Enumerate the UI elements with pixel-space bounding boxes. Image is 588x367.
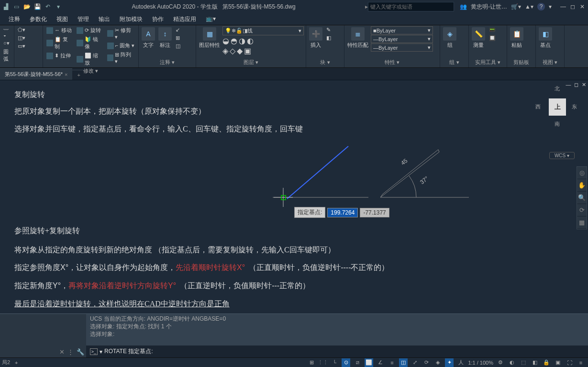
cleanscreen-icon[interactable]: ⛶ <box>565 358 574 367</box>
nav-orbit-icon[interactable]: ⟳ <box>577 204 587 216</box>
search-box[interactable] <box>368 2 454 11</box>
menu-featured-icon[interactable]: 📺▾ <box>201 13 221 25</box>
menu-item[interactable]: 注释 <box>4 13 25 25</box>
nav-showmotion-icon[interactable]: ▦ <box>577 216 587 229</box>
dimension-button[interactable]: ↕标注 <box>157 26 173 50</box>
menu-item[interactable]: 附加模块 <box>115 13 147 25</box>
add-layout-button[interactable]: + <box>12 358 21 367</box>
layer-tool-icon[interactable]: ◈ <box>222 46 228 55</box>
leader-icon[interactable]: ↙ <box>174 26 182 33</box>
fillet-button[interactable]: ⌐ 圆角 ▾ <box>106 42 136 50</box>
units-icon[interactable]: ⬚ <box>519 358 528 367</box>
cmd-triangle-icon[interactable]: ▾ <box>100 348 102 355</box>
file-tab[interactable]: 第55-56课-旋转-M55-56*× <box>0 68 72 80</box>
dyn-x-input[interactable]: 199.7264 <box>327 208 358 217</box>
calc-icon[interactable]: 📟 <box>488 26 497 33</box>
scale-button[interactable]: ⬜ 缩放 <box>75 52 104 67</box>
drawing-canvas[interactable]: — ◻ ✕ 复制旋转 把原对象复制一个副本，把副本旋转（原对象保持不变） 选择对… <box>0 80 588 313</box>
help-dropdown-icon[interactable]: ▾ <box>549 3 552 10</box>
table-icon[interactable]: ⊞ <box>174 34 182 42</box>
layer-tool-icon[interactable]: ◓ <box>231 36 237 45</box>
quickprops-icon[interactable]: ◧ <box>531 358 539 367</box>
arc-tool[interactable]: 〰▾ <box>2 26 12 39</box>
text-button[interactable]: A文字 <box>141 26 156 50</box>
dyn-input-icon[interactable]: ✦ <box>445 358 454 367</box>
panel-label-annotation[interactable]: 注释 ▾ <box>141 58 194 66</box>
add-tab-button[interactable]: + <box>72 70 85 80</box>
menu-item[interactable]: 视图 <box>52 13 73 25</box>
iso-icon[interactable]: ⧄ <box>353 358 362 367</box>
match-props-button[interactable]: ≣特性匹配 <box>346 26 369 50</box>
color-dropdown[interactable]: ■ ByLayer▾ <box>371 26 433 34</box>
dyn-y-input[interactable]: -77.1377 <box>360 208 389 217</box>
a360-icon[interactable]: ▲▾ <box>525 3 533 10</box>
layer-tool-icon[interactable]: ◆ <box>237 46 243 55</box>
cart-icon[interactable]: 🛒▾ <box>511 3 521 10</box>
lwt-icon[interactable]: ≡ <box>388 358 396 367</box>
save-icon[interactable]: 💾 <box>33 3 41 11</box>
command-history[interactable]: UCS 当前的正角方向: ANGDIR=逆时针 ANGBASE=0 选择对象: … <box>86 314 588 345</box>
menu-item[interactable]: 精选应用 <box>168 13 201 25</box>
minimize-icon[interactable]: — <box>559 3 567 11</box>
app-menu-icon[interactable]: ▟ <box>2 3 10 11</box>
panel-label-utilities[interactable]: 实用工具 ▾ <box>471 58 505 66</box>
search-input[interactable] <box>370 4 452 10</box>
isolate-icon[interactable]: ▣ <box>554 358 562 367</box>
layer-tool-icon[interactable]: ▣ <box>244 46 251 55</box>
panel-label-block[interactable]: 块 ▾ <box>308 58 342 66</box>
cmd-customize-icon[interactable]: 🔧 <box>77 348 84 356</box>
viewcube-north[interactable]: 北 <box>555 85 560 92</box>
panel-label-clipboard[interactable]: 剪贴板 <box>509 58 533 66</box>
layer-tool-icon[interactable]: ◑ <box>239 36 245 45</box>
transparency-icon[interactable]: ◫ <box>399 358 408 367</box>
close-icon[interactable]: ✕ <box>578 3 586 11</box>
qv-icon[interactable]: 人 <box>456 358 465 367</box>
cmd-close-icon[interactable]: ✕ <box>59 348 65 356</box>
insert-button[interactable]: ➕插入 <box>308 26 323 50</box>
nav-pan-icon[interactable]: ✋ <box>577 179 587 192</box>
open-icon[interactable]: 📂 <box>23 3 31 11</box>
nav-fullnav-icon[interactable]: ◎ <box>577 167 587 179</box>
new-icon[interactable]: ▭ <box>12 3 20 11</box>
3dosnap-icon[interactable]: ◈ <box>433 358 442 367</box>
qat-more-icon[interactable]: ▾ <box>55 3 62 11</box>
gear-icon[interactable]: ⚙ <box>496 358 505 367</box>
basepoint-button[interactable]: ◧基点 <box>538 26 553 50</box>
layer-tool-icon[interactable]: ◐ <box>247 36 254 45</box>
user-label[interactable]: 黄忠明-让世… <box>471 3 507 11</box>
wcs-badge[interactable]: WCS ▾ <box>549 152 575 159</box>
panel-label-group[interactable]: 组 ▾ <box>442 58 466 66</box>
paste-button[interactable]: 📋粘贴 <box>509 26 524 50</box>
trim-button[interactable]: ✂ 修剪 ▾ <box>106 26 136 41</box>
layer-tool-icon[interactable]: ◒ <box>222 36 229 45</box>
hatch-tool[interactable]: ◫▾ <box>16 34 27 42</box>
vp-close-icon[interactable]: ✕ <box>580 81 587 88</box>
osnap-icon[interactable]: ⬜ <box>365 358 373 367</box>
mirror-button[interactable]: 🔰 镜像 <box>75 35 104 51</box>
measure-button[interactable]: 📏测量 <box>471 26 486 50</box>
rect-tool[interactable]: ▭▾ <box>16 43 27 50</box>
viewcube-west[interactable]: 西 <box>535 103 541 110</box>
nav-zoom-icon[interactable]: 🔍 <box>577 192 587 204</box>
undo-icon[interactable]: ↶ <box>44 3 52 11</box>
panel-label-layers[interactable]: 图层 ▾ <box>198 58 304 66</box>
restore-icon[interactable]: ◻ <box>569 3 577 11</box>
cmd-handle-icon[interactable]: ⋮ <box>67 348 74 356</box>
viewcube-top-face[interactable]: 上 <box>549 98 566 116</box>
copy-button[interactable]: 📋 复制 <box>45 35 74 51</box>
group-button[interactable]: ◈组 <box>442 26 457 50</box>
viewcube[interactable]: 北 西 东 南 上 <box>535 85 578 128</box>
layer-props-button[interactable]: ▦图层特性 <box>198 26 221 50</box>
qselect-icon[interactable]: 🔲 <box>488 34 497 42</box>
linetype-dropdown[interactable]: — ByLayer▾ <box>371 43 433 52</box>
circle-tool[interactable]: ○▾ <box>2 40 12 47</box>
array-button[interactable]: ⊞ 阵列 ▾ <box>106 51 136 65</box>
polyline-tool[interactable]: ⬠▾ <box>16 26 27 33</box>
command-line[interactable]: >_ ▾ ROTATE 指定基点: <box>86 345 588 357</box>
otrack-icon[interactable]: ∠ <box>376 358 385 367</box>
tab-close-icon[interactable]: × <box>65 72 67 77</box>
ann-more-icon[interactable]: ◫ <box>174 43 182 50</box>
rotate-button[interactable]: ⟳ 旋转 <box>75 26 104 34</box>
layer-tool-icon[interactable]: ◇ <box>230 46 235 55</box>
sc-icon[interactable]: ⤢ <box>410 358 419 367</box>
